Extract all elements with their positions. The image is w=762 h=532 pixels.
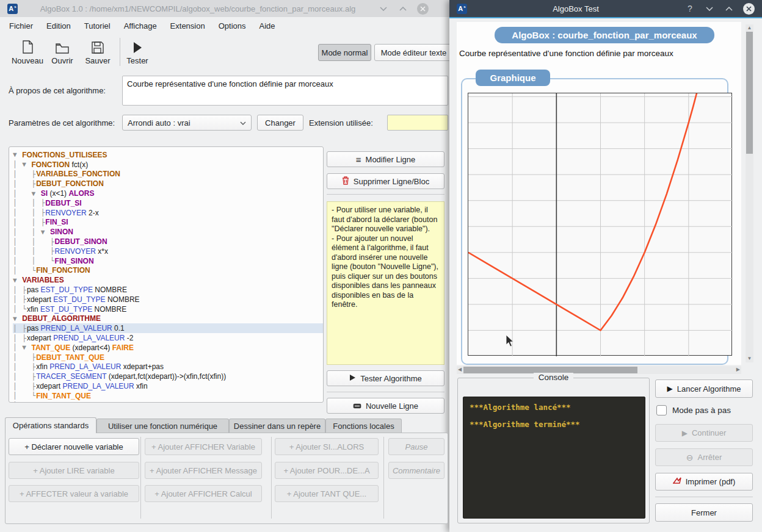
extension-input[interactable] bbox=[387, 115, 448, 131]
save-button[interactable]: Sauver bbox=[81, 38, 115, 65]
tree-connector: │ ├ bbox=[13, 334, 27, 342]
tree-row[interactable]: │ │ ├DEBUT_SI bbox=[13, 198, 323, 208]
scroll-down-icon[interactable]: ▼ bbox=[746, 356, 753, 361]
tree-row[interactable]: └FIN_ALGORITHME bbox=[13, 401, 323, 403]
maximize-icon[interactable] bbox=[724, 3, 735, 14]
test-titlebar[interactable]: As AlgoBox Test ? bbox=[449, 0, 762, 17]
tree-row[interactable]: │ │ ├RENVOYER x*x bbox=[13, 246, 323, 256]
tree-row[interactable]: │ └xfin EST_DU_TYPE NOMBRE bbox=[13, 304, 323, 314]
menu-item-extension[interactable]: Extension bbox=[164, 20, 212, 32]
new-button[interactable]: Nouveau bbox=[9, 38, 46, 65]
close-icon[interactable] bbox=[417, 3, 429, 15]
ops-button-ajouter-afficher-variable[interactable]: + Ajouter AFFICHER Variable bbox=[145, 438, 262, 455]
stop-circle-icon: ⊖ bbox=[686, 453, 694, 462]
ops-button-pause[interactable]: Pause bbox=[388, 438, 445, 455]
tree-row[interactable]: │ ├TRACER_SEGMENT (xdepart,fct(xdepart))… bbox=[13, 372, 323, 381]
tree-row[interactable]: │ │ ├FIN_SI bbox=[13, 218, 323, 228]
close-icon[interactable] bbox=[743, 3, 755, 15]
tree-text: FIN_SINON bbox=[55, 257, 94, 265]
ops-button-ajouter-pour-de-a[interactable]: + Ajouter POUR...DE...A bbox=[275, 462, 379, 479]
vertical-scrollbar-thumb[interactable] bbox=[746, 32, 753, 154]
step-mode-checkbox[interactable] bbox=[656, 405, 667, 415]
about-textarea[interactable]: Courbe représentative d'une fonction déf… bbox=[122, 76, 448, 106]
tree-text: 2-x bbox=[87, 209, 99, 217]
ops-button-ajouter-afficher-calcul[interactable]: + Ajouter AFFICHER Calcul bbox=[145, 485, 262, 502]
close-test-button[interactable]: Fermer bbox=[655, 503, 753, 522]
tree-row[interactable]: │ │ └FIN_SINON bbox=[13, 256, 323, 266]
tree-row[interactable]: ▼ FONCTIONS_UTILISEES bbox=[13, 150, 323, 160]
mode-editor-button[interactable]: Mode éditeur texte bbox=[374, 44, 453, 61]
tree-row[interactable]: │ └FIN_TANT_QUE bbox=[13, 391, 323, 401]
tree-text: FIN_TANT_QUE bbox=[36, 392, 91, 400]
tree-row[interactable]: │ ├xdepart EST_DU_TYPE NOMBRE bbox=[13, 295, 323, 304]
scroll-right-icon[interactable]: ▶ bbox=[736, 367, 740, 372]
menu-item-options[interactable]: Options bbox=[212, 20, 253, 32]
ops-button-ajouter-afficher-message[interactable]: + Ajouter AFFICHER Message bbox=[145, 462, 262, 479]
tree-connector: │ ├ bbox=[13, 295, 27, 303]
menu-item-fichier[interactable]: Fichier bbox=[2, 20, 40, 32]
delete-line-button[interactable]: Supprimer Ligne/Bloc bbox=[327, 173, 445, 189]
menu-item-affichage[interactable]: Affichage bbox=[117, 20, 164, 32]
tree-text: FIN_FONCTION bbox=[36, 266, 90, 275]
stop-button[interactable]: ⊖ Arrêter bbox=[655, 448, 753, 466]
algorithm-tree[interactable]: ▼ FONCTIONS_UTILISEES│ ▼ FONCTION fct(x)… bbox=[9, 146, 324, 403]
tree-row[interactable]: │ │ ├DEBUT_SINON bbox=[13, 237, 323, 246]
ops-button-ajouter-lire-variable[interactable]: + Ajouter LIRE variable bbox=[9, 462, 139, 479]
tab-dessiner-dans-un-rep-re[interactable]: Dessiner dans un repère bbox=[229, 419, 325, 433]
tree-row[interactable]: ▼ VARIABLES bbox=[13, 275, 323, 285]
play-icon bbox=[349, 374, 356, 383]
ops-button-d-clarer-nouvelle-variable[interactable]: + Déclarer nouvelle variable bbox=[9, 438, 139, 455]
params-combobox[interactable]: Arrondi auto : vrai bbox=[122, 115, 252, 131]
open-button[interactable]: Ouvrir bbox=[45, 38, 79, 65]
tree-row[interactable]: ▼ DEBUT_ALGORITHME bbox=[13, 314, 323, 324]
tree-row[interactable]: │ ▼ TANT_QUE (xdepart<4) FAIRE bbox=[13, 343, 323, 353]
maximize-icon[interactable] bbox=[397, 3, 408, 14]
ops-button-ajouter-tant-que[interactable]: + Ajouter TANT QUE... bbox=[275, 485, 379, 502]
tree-row-selected[interactable]: │ ├pas PREND_LA_VALEUR 0.1 bbox=[13, 323, 323, 333]
tree-row[interactable]: │ ├xdepart PREND_LA_VALEUR xfin bbox=[13, 381, 323, 391]
print-pdf-button[interactable]: Imprimer (pdf) bbox=[655, 473, 753, 491]
tree-text: xfin bbox=[27, 305, 40, 314]
play-icon bbox=[122, 38, 153, 54]
help-icon[interactable]: ? bbox=[684, 3, 695, 14]
modify-line-button[interactable]: ≡ Modifier Ligne bbox=[327, 151, 445, 167]
tree-row[interactable]: │ ├xdepart PREND_LA_VALEUR -2 bbox=[13, 333, 323, 343]
vertical-scrollbar[interactable]: ▲ ▼ bbox=[746, 24, 753, 362]
tree-row[interactable]: │ ▼ SI (x<1) ALORS bbox=[13, 189, 323, 198]
play-icon: ▶ bbox=[682, 429, 688, 437]
new-line-button[interactable]: Nouvelle Ligne bbox=[327, 398, 445, 414]
menu-item-aide[interactable]: Aide bbox=[253, 20, 282, 32]
scroll-left-icon[interactable]: ◀ bbox=[458, 367, 462, 372]
main-titlebar[interactable]: As AlgoBox 1.0 : /home/xm1/NEWCOMPIL/alg… bbox=[0, 0, 453, 17]
tree-row[interactable]: │ │ ├RENVOYER 2-x bbox=[13, 208, 323, 218]
run-algorithm-button[interactable]: ▶ Lancer Algorithme bbox=[655, 379, 753, 398]
tree-row[interactable]: │ ▼ FONCTION fct(x) bbox=[13, 160, 323, 170]
tab-fonctions-locales[interactable]: Fonctions locales bbox=[325, 419, 402, 433]
ops-button-ajouter-si-alors[interactable]: + Ajouter SI...ALORS bbox=[275, 438, 379, 455]
test-button[interactable]: Tester bbox=[122, 38, 153, 65]
menu-item-tutoriel[interactable]: Tutoriel bbox=[78, 20, 117, 32]
tree-row[interactable]: │ │ ▼ SINON bbox=[13, 227, 323, 237]
continue-button[interactable]: ▶ Continuer bbox=[655, 424, 753, 442]
tree-row[interactable]: │ ├DEBUT_TANT_QUE bbox=[13, 353, 323, 362]
change-button[interactable]: Changer bbox=[257, 115, 303, 131]
tab-op-rations-standards[interactable]: Opérations standards bbox=[5, 417, 96, 433]
tree-row[interactable]: │ ├VARIABLES_FONCTION bbox=[13, 170, 323, 179]
mode-normal-button[interactable]: Mode normal bbox=[318, 44, 371, 61]
minimize-icon[interactable] bbox=[378, 3, 389, 14]
test-algorithm-button[interactable]: Tester Algorithme bbox=[327, 370, 445, 386]
minimize-icon[interactable] bbox=[704, 3, 715, 14]
ops-button-affecter-valeur-variable[interactable]: + AFFECTER valeur à variable bbox=[9, 485, 139, 502]
tree-row[interactable]: │ └FIN_FONCTION bbox=[13, 266, 323, 276]
scroll-up-icon[interactable]: ▲ bbox=[746, 26, 753, 31]
tree-row[interactable]: │ ├pas EST_DU_TYPE NOMBRE bbox=[13, 285, 323, 295]
ops-button-commentaire[interactable]: Commentaire bbox=[388, 462, 445, 479]
tab-utiliser-une-fonction-num-rique[interactable]: Utiliser une fonction numérique bbox=[96, 419, 229, 433]
tree-row[interactable]: │ ├xfin PREND_LA_VALEUR xdepart+pas bbox=[13, 362, 323, 372]
test-scroll-viewport[interactable]: AlgoBox : courbe_fonction_par_morceaux C… bbox=[457, 22, 741, 365]
menu-item-edition[interactable]: Edition bbox=[40, 20, 78, 32]
tree-row[interactable]: │ ├DEBUT_FONCTION bbox=[13, 179, 323, 189]
side-separator bbox=[327, 194, 445, 195]
tree-text: EST_DU_TYPE bbox=[41, 286, 93, 294]
console-output[interactable]: ***Algorithme lancé******Algorithme term… bbox=[463, 397, 645, 519]
